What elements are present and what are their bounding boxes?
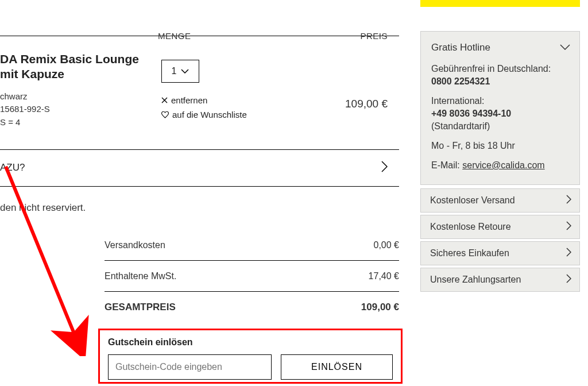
total-label: GESAMTPREIS — [105, 302, 176, 313]
svg-line-0 — [6, 167, 78, 342]
cart-item-row: DA Remix Basic Lounge mit Kapuze chwarz … — [0, 52, 399, 146]
coupon-input[interactable] — [108, 354, 272, 380]
header-price: PREIS — [360, 31, 388, 41]
shipping-value: 0,00 € — [374, 240, 399, 250]
hotline-intl-label: International: — [431, 96, 569, 106]
sidebar-links: Kostenloser Versand Kostenlose Retoure S… — [420, 188, 580, 292]
wishlist-label: auf die Wunschliste — [172, 110, 247, 119]
chevron-right-icon — [566, 274, 571, 285]
coupon-title: Gutschein einlösen — [108, 337, 393, 348]
coupon-box: Gutschein einlösen EINLÖSEN — [98, 329, 403, 384]
header-quantity: MENGE — [158, 31, 191, 41]
sidebar-link-payments[interactable]: Unsere Zahlungsarten — [420, 268, 580, 292]
add-wishlist[interactable]: auf die Wunschliste — [161, 110, 247, 119]
product-title-line1: DA Remix Basic Lounge — [0, 52, 139, 65]
yellow-divider — [420, 0, 580, 7]
coupon-apply-button[interactable]: EINLÖSEN — [281, 354, 393, 380]
suggestion-row[interactable]: AZU? — [0, 149, 399, 187]
sidebar-link-secure[interactable]: Sicheres Einkaufen — [420, 241, 580, 265]
quantity-select[interactable]: 1 — [161, 60, 199, 83]
summary-total: GESAMTPREIS 109,00 € — [105, 292, 399, 323]
total-value: 109,00 € — [361, 302, 399, 313]
sidebar-link-returns[interactable]: Kostenlose Retoure — [420, 215, 580, 239]
remove-label: entfernen — [171, 95, 207, 105]
shipping-label: Versandkosten — [105, 240, 165, 250]
product-title-line2: mit Kapuze — [0, 67, 64, 80]
suggestion-label: AZU? — [0, 162, 25, 173]
hotline-title: Gratis Hotline — [431, 42, 569, 53]
chevron-down-icon[interactable] — [560, 42, 570, 52]
chevron-right-icon — [566, 248, 571, 259]
reservation-note: den nicht reserviert. — [0, 202, 86, 214]
heart-icon — [161, 111, 169, 118]
sidebar-link-label: Kostenlose Retoure — [430, 222, 511, 232]
item-actions: entfernen auf die Wunschliste — [161, 95, 247, 124]
hotline-intl-note: (Standardtarif) — [431, 121, 569, 132]
item-price: 109,00 € — [345, 98, 388, 110]
chevron-right-icon — [566, 221, 571, 233]
sidebar-link-label: Sicheres Einkaufen — [430, 248, 509, 258]
product-title: DA Remix Basic Lounge mit Kapuze — [0, 52, 399, 82]
summary-tax: Enthaltene MwSt. 17,40 € — [105, 261, 399, 292]
order-summary: Versandkosten 0,00 € Enthaltene MwSt. 17… — [105, 230, 399, 323]
tax-value: 17,40 € — [369, 271, 399, 281]
sidebar-link-shipping[interactable]: Kostenloser Versand — [420, 188, 580, 213]
sidebar: Gratis Hotline Gebührenfrei in Deutschla… — [420, 31, 580, 292]
sidebar-link-label: Kostenloser Versand — [430, 195, 515, 206]
cart-header-row: MENGE PREIS — [0, 31, 399, 36]
remove-item[interactable]: entfernen — [161, 95, 247, 105]
hotline-hours: Mo - Fr, 8 bis 18 Uhr — [431, 141, 569, 151]
chevron-right-icon — [381, 161, 388, 175]
hotline-de-phone: 0800 2254321 — [431, 76, 490, 86]
close-icon — [161, 97, 168, 103]
chevron-down-icon — [181, 69, 189, 74]
annotation-arrow — [0, 161, 103, 356]
hotline-email-label: E-Mail: — [431, 160, 462, 170]
hotline-intl-phone: +49 8036 94394-10 — [431, 109, 511, 118]
summary-shipping: Versandkosten 0,00 € — [105, 230, 399, 261]
chevron-right-icon — [566, 195, 571, 206]
hotline-de-label: Gebührenfrei in Deutschland: — [431, 64, 569, 74]
hotline-box: Gratis Hotline Gebührenfrei in Deutschla… — [420, 31, 580, 185]
quantity-value: 1 — [172, 66, 177, 76]
tax-label: Enthaltene MwSt. — [105, 271, 176, 281]
sidebar-link-label: Unsere Zahlungsarten — [430, 275, 521, 285]
hotline-email-link[interactable]: service@calida.com — [462, 160, 544, 170]
